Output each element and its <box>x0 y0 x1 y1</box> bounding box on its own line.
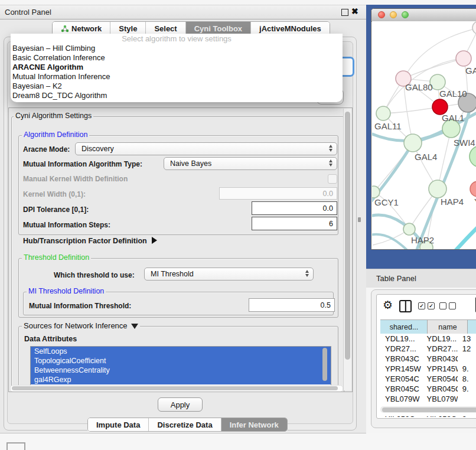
column-header-name[interactable]: name <box>428 320 468 334</box>
network-node[interactable] <box>470 146 476 167</box>
apply-button[interactable]: Apply <box>158 397 203 412</box>
columns-icon[interactable] <box>399 300 412 312</box>
node-label-gal: GAL <box>465 66 476 76</box>
node-label-gcy1: GCY1 <box>374 197 399 207</box>
sources-expander[interactable]: Sources for Network Inference <box>22 321 140 330</box>
checked-boxes-icon[interactable]: ✓✓ <box>418 302 435 309</box>
table-cell: YDR27... <box>422 344 458 354</box>
table-cell: YPR145W <box>422 364 458 374</box>
attribute-item-betweennesscentrality[interactable]: BetweennessCentrality <box>31 366 331 375</box>
aracne-mode-value: Discovery <box>81 145 114 153</box>
algorithm-option-bayesian-hill-climbing[interactable]: Bayesian – Hill Climbing <box>11 44 343 53</box>
data-attributes-list[interactable]: SelfLoopsTopologicalCoefficientBetweenne… <box>30 346 331 386</box>
table-header-row: shared...name <box>380 319 476 335</box>
close-traffic-light-icon[interactable] <box>378 11 385 18</box>
tab-jactivemnodules[interactable]: jActiveMNodules <box>251 22 330 35</box>
threshold-definition-title: Threshold Definition <box>22 253 91 262</box>
attribute-item-selfloops[interactable]: SelfLoops <box>31 347 331 356</box>
network-canvas[interactable]: GALGAL80GAL10GAL1GAL11SWI4GAL4GCY1HAP4YH… <box>372 21 476 249</box>
tab-network[interactable]: Network <box>53 22 110 35</box>
settings-hscrollbar[interactable] <box>10 385 343 392</box>
network-node-y[interactable] <box>470 181 476 197</box>
zoom-traffic-light-icon[interactable] <box>402 11 409 18</box>
network-node[interactable] <box>472 21 476 34</box>
table-row[interactable]: YER054CYER054C8. <box>380 374 476 384</box>
table-cell: YPR145W <box>380 364 422 374</box>
dpi-tolerance-value: 0.0 <box>323 204 333 213</box>
table-hscrollbar[interactable] <box>380 406 476 413</box>
table-row[interactable]: YBL079WYBL079W <box>380 394 476 404</box>
network-node-gal[interactable] <box>456 51 471 66</box>
close-icon[interactable]: ✖ <box>351 6 358 16</box>
unchecked-boxes-icon[interactable]: xx <box>439 302 456 309</box>
algorithm-option-aracne-algorithm[interactable]: ARACNE Algorithm <box>11 63 343 72</box>
network-node-gal11[interactable] <box>376 106 390 120</box>
minimize-traffic-light-icon[interactable] <box>390 11 397 18</box>
table-cell: YBR045C <box>380 384 422 394</box>
attribute-item-gal4rgexp[interactable]: gal4RGexp <box>31 375 331 384</box>
column-header-shared-[interactable]: shared... <box>380 320 428 334</box>
table-cell: 8. <box>458 374 476 384</box>
tab-label: Select <box>154 24 177 33</box>
table-row[interactable]: YDR27...YDR27...12 <box>380 344 476 354</box>
tab-infer-network[interactable]: Infer Network <box>221 418 287 431</box>
tab-style[interactable]: Style <box>110 22 146 35</box>
table-cell: YDR27... <box>380 344 422 354</box>
table-hscrollbar-thumb[interactable] <box>382 407 476 412</box>
control-panel-titlebar: Control Panel ✖ <box>0 5 366 19</box>
tab-cyni-toolbox[interactable]: Cyni Toolbox <box>186 22 251 35</box>
mi-threshold-value: 0.5 <box>321 301 331 309</box>
network-window-titlebar <box>371 9 476 22</box>
algorithm-option-mutual-information-inference[interactable]: Mutual Information Inference <box>11 72 343 81</box>
mi-steps-field[interactable]: 6 <box>252 217 337 230</box>
attribute-item-topologicalcoefficient[interactable]: TopologicalCoefficient <box>31 356 331 366</box>
network-node-gcy1[interactable] <box>372 186 380 198</box>
data-attributes-label: Data Attributes <box>24 335 77 343</box>
expand-right-icon <box>152 237 157 244</box>
manual-kernel-width-checkbox[interactable] <box>328 174 337 184</box>
algorithm-option-basic-correlation-inference[interactable]: Basic Correlation Inference <box>11 53 343 63</box>
column-header-col2[interactable] <box>468 320 476 334</box>
which-threshold-combo[interactable]: MI Threshold <box>144 268 314 281</box>
float-window-icon[interactable] <box>341 9 348 16</box>
settings-vscrollbar-thumb[interactable] <box>345 112 350 360</box>
network-node-gal4[interactable] <box>404 134 422 152</box>
table-row[interactable]: YBR043CYBR043C <box>380 354 476 364</box>
table-row[interactable]: YBR045CYBR045C9. <box>380 384 476 394</box>
network-node-hap4[interactable] <box>429 180 446 198</box>
table-panel-titlebar: Table Panel <box>366 269 476 288</box>
hub-definition-expander[interactable]: Hub/Transcription Factor Definition <box>23 237 157 245</box>
table-cell: YER054C <box>422 374 458 384</box>
popup-placeholder: Select algorithm to view settings <box>11 34 343 44</box>
split-divider-handle[interactable] <box>358 217 361 222</box>
dpi-tolerance-field[interactable]: 0.0 <box>252 201 337 215</box>
mi-threshold-field[interactable]: 0.5 <box>249 298 335 312</box>
control-panel-window: Control Panel ✖ NetworkStyleSelectCyni T… <box>0 5 366 433</box>
tab-label: Network <box>71 24 102 33</box>
list-scrollbar-thumb[interactable] <box>322 348 327 381</box>
settings-hscrollbar-thumb[interactable] <box>12 386 338 390</box>
tab-discretize-data[interactable]: Discretize Data <box>149 418 221 431</box>
table-panel-title: Table Panel <box>376 274 416 283</box>
minimized-window-icon[interactable] <box>6 442 25 450</box>
table-cell: YIL052C <box>422 414 458 417</box>
tab-select[interactable]: Select <box>146 22 185 35</box>
which-threshold-value: MI Threshold <box>151 270 194 278</box>
table-row[interactable]: YIL052CYIL052C9. <box>380 414 476 417</box>
background <box>0 433 476 450</box>
mi-algorithm-type-combo[interactable]: Naive Bayes <box>164 157 337 170</box>
tab-impute-data[interactable]: Impute Data <box>88 418 149 431</box>
network-node-hap2[interactable] <box>403 223 415 235</box>
settings-vscrollbar[interactable] <box>343 109 351 390</box>
algorithm-option-bayesian-k2[interactable]: Bayesian – K2 <box>11 81 343 91</box>
algorithm-option-dream8-dc-tdc-algorithm[interactable]: Dream8 DC_TDC Algorithm <box>11 91 343 100</box>
node-label-hap2: HAP2 <box>411 235 434 245</box>
table-row[interactable]: YPR145WYPR145W9. <box>380 364 476 374</box>
node-label-gal1: GAL1 <box>442 113 464 123</box>
table-row[interactable]: YDL19...YDL19...13 <box>380 334 476 344</box>
mi-steps-label: Mutual Information Steps: <box>23 221 110 229</box>
table-cell <box>458 354 476 364</box>
gear-icon[interactable]: ⚙ <box>383 298 393 312</box>
network-icon <box>61 25 69 32</box>
aracne-mode-combo[interactable]: Discovery <box>75 142 337 155</box>
